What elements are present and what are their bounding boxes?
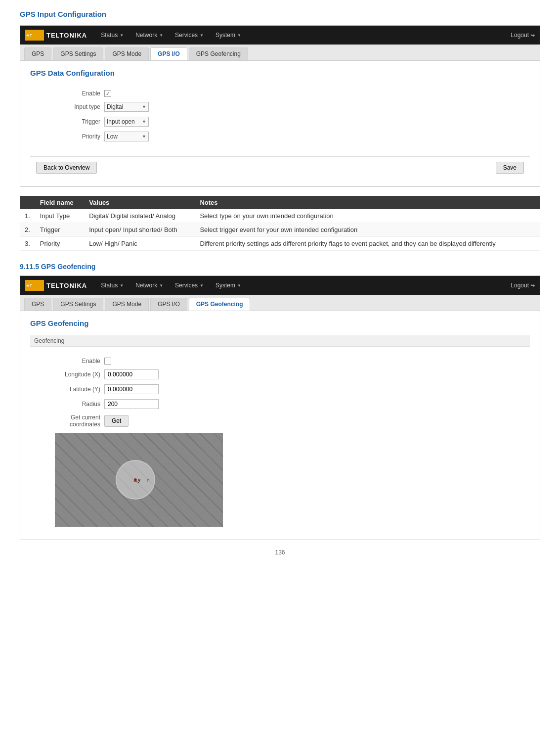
- tab-gps-settings-2[interactable]: GPS Settings: [53, 298, 103, 311]
- priority-select-1[interactable]: Low ▼: [104, 132, 149, 141]
- back-to-overview-button[interactable]: Back to Overview: [36, 162, 97, 174]
- svg-text:≋: ≋: [26, 34, 29, 37]
- priority-arrow-icon: ▼: [137, 134, 146, 139]
- enable-control-2: [104, 358, 111, 365]
- trigger-label-1: Trigger: [40, 118, 104, 125]
- trigger-select-1[interactable]: Input open ▼: [104, 117, 149, 127]
- logout-button-1[interactable]: Logout ↪: [511, 32, 535, 39]
- table-header-notes: Notes: [195, 196, 540, 209]
- tab-gps-io-1[interactable]: GPS I/O: [150, 47, 187, 60]
- svg-text:T: T: [30, 284, 32, 287]
- form-row-longitude: Longitude (X): [40, 369, 520, 379]
- table-row: 3. Priority Low/ High/ Panic Different p…: [20, 237, 540, 251]
- nav-services-2[interactable]: Services ▼: [169, 276, 210, 295]
- teltonika-logo-icon-2: ≋ T: [25, 280, 44, 291]
- latitude-label: Latitude (Y): [40, 386, 104, 393]
- trigger-control-1: Input open ▼: [104, 117, 149, 127]
- tab-gps-mode-2[interactable]: GPS Mode: [105, 298, 149, 311]
- logout-icon-1: ↪: [530, 32, 535, 39]
- logo-text-2: TELTONIKA: [46, 282, 87, 289]
- enable-checkbox-1[interactable]: [104, 90, 111, 97]
- tab-gps-mode-1[interactable]: GPS Mode: [105, 47, 149, 60]
- tab-gps-geofencing-2[interactable]: GPS Geofencing: [189, 298, 251, 311]
- row-notes-1: Select trigger event for your own intend…: [195, 223, 540, 237]
- row-values-2: Low/ High/ Panic: [84, 237, 195, 251]
- row-values-0: Digital/ Digital isolated/ Analog: [84, 209, 195, 223]
- page-title: GPS Input Configuration: [20, 10, 540, 18]
- longitude-input[interactable]: [104, 369, 159, 379]
- trigger-arrow-icon: ▼: [137, 119, 146, 124]
- enable-checkbox-2[interactable]: [104, 358, 111, 365]
- logo-box-2: ≋ T TELTONIKA: [25, 280, 87, 291]
- tabs-bar-2: GPS GPS Settings GPS Mode GPS I/O GPS Ge…: [20, 295, 540, 311]
- tab-gps-geofencing-1[interactable]: GPS Geofencing: [189, 47, 248, 60]
- form-row-get-coords: Get current coordinates Get: [40, 414, 520, 428]
- panel-content-1: GPS Data Configuration Enable Input type…: [20, 61, 540, 186]
- row-notes-2: Different priority settings ads differen…: [195, 237, 540, 251]
- tab-gps-io-2[interactable]: GPS I/O: [150, 298, 187, 311]
- svg-text:≋: ≋: [26, 284, 29, 287]
- form-row-latitude: Latitude (Y): [40, 384, 520, 394]
- save-button-1[interactable]: Save: [496, 162, 524, 174]
- row-num-0: 1.: [20, 209, 35, 223]
- form-row-priority-1: Priority Low ▼: [40, 132, 520, 141]
- logout-icon-2: ↪: [530, 282, 535, 289]
- input-type-select-1[interactable]: Digital ▼: [104, 102, 149, 112]
- map-xy-label: x,y: [133, 477, 140, 483]
- get-button[interactable]: Get: [104, 415, 129, 427]
- teltonika-logo-icon-1: ≋ T: [25, 30, 44, 41]
- longitude-label: Longitude (X): [40, 371, 104, 378]
- form-row-trigger-1: Trigger Input open ▼: [40, 117, 520, 127]
- nav-status-2[interactable]: Status ▼: [95, 276, 129, 295]
- table-row: 1. Input Type Digital/ Digital isolated/…: [20, 209, 540, 223]
- navbar-1: ≋ T TELTONIKA Status ▼ Network ▼ Service…: [20, 26, 540, 45]
- nav-status-1[interactable]: Status ▼: [95, 26, 129, 45]
- priority-control-1: Low ▼: [104, 132, 149, 141]
- input-type-control-1: Digital ▼: [104, 102, 149, 112]
- get-coords-control: Get: [104, 415, 129, 427]
- router-panel-1: ≋ T TELTONIKA Status ▼ Network ▼ Service…: [20, 25, 540, 187]
- map-r-label: r: [147, 478, 149, 483]
- tab-gps-2[interactable]: GPS: [24, 298, 51, 311]
- section-title-1: GPS Data Configuration: [30, 69, 530, 77]
- network-arrow-2: ▼: [159, 283, 163, 288]
- tab-gps-settings-1[interactable]: GPS Settings: [53, 47, 103, 60]
- form-area-2: Enable Longitude (X) Latitude (Y): [30, 353, 530, 532]
- field-table: Field name Values Notes 1. Input Type Di…: [20, 196, 540, 251]
- system-arrow-2: ▼: [237, 283, 241, 288]
- radius-control: [104, 399, 159, 409]
- services-arrow-2: ▼: [200, 283, 204, 288]
- radius-input[interactable]: [104, 399, 159, 409]
- tabs-bar-1: GPS GPS Settings GPS Mode GPS I/O GPS Ge…: [20, 45, 540, 61]
- longitude-control: [104, 369, 159, 379]
- row-field-2: Priority: [35, 237, 84, 251]
- logo-box-1: ≋ T TELTONIKA: [25, 30, 87, 41]
- router-panel-2: ≋ T TELTONIKA Status ▼ Network ▼ Service…: [20, 275, 540, 540]
- get-coords-label: Get current coordinates: [40, 414, 104, 428]
- row-num-2: 3.: [20, 237, 35, 251]
- panel-content-2: GPS Geofencing Geofencing Enable Longitu…: [20, 311, 540, 540]
- form-row-radius: Radius: [40, 399, 520, 409]
- priority-label-1: Priority: [40, 133, 104, 140]
- navbar-2: ≋ T TELTONIKA Status ▼ Network ▼ Service…: [20, 276, 540, 295]
- row-values-1: Input open/ Input shorted/ Both: [84, 223, 195, 237]
- table-header-values: Values: [84, 196, 195, 209]
- button-bar-1: Back to Overview Save: [30, 156, 530, 179]
- row-field-1: Trigger: [35, 223, 84, 237]
- services-arrow-1: ▼: [200, 33, 204, 38]
- tab-gps-1[interactable]: GPS: [24, 47, 51, 60]
- latitude-input[interactable]: [104, 384, 159, 394]
- nav-network-2[interactable]: Network ▼: [129, 276, 169, 295]
- logout-button-2[interactable]: Logout ↪: [511, 282, 535, 289]
- input-type-label-1: Input type: [40, 103, 104, 110]
- nav-system-1[interactable]: System ▼: [210, 26, 247, 45]
- radius-label: Radius: [40, 401, 104, 408]
- nav-network-1[interactable]: Network ▼: [129, 26, 169, 45]
- network-arrow-1: ▼: [159, 33, 163, 38]
- nav-items-2: Status ▼ Network ▼ Services ▼ System ▼: [95, 276, 511, 295]
- svg-text:T: T: [30, 34, 32, 37]
- map-placeholder: x,y r: [55, 433, 223, 527]
- latitude-control: [104, 384, 159, 394]
- nav-system-2[interactable]: System ▼: [210, 276, 247, 295]
- nav-services-1[interactable]: Services ▼: [169, 26, 210, 45]
